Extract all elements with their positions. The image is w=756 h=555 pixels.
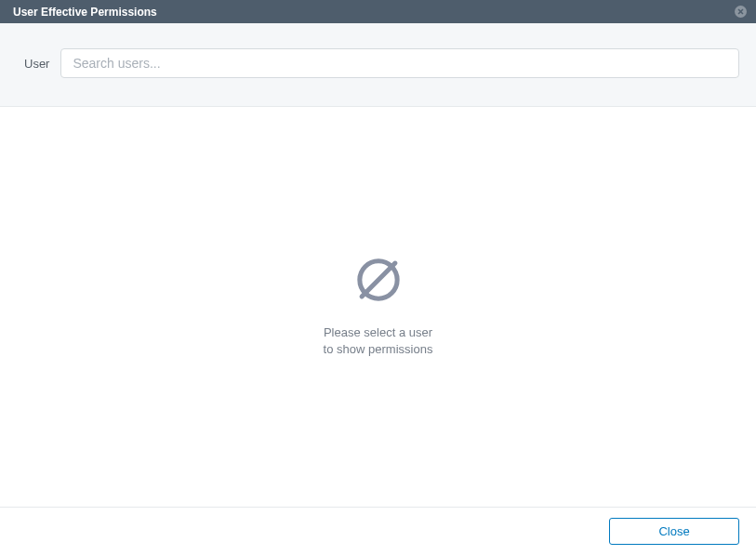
dialog-header: User Effective Permissions xyxy=(0,0,756,23)
empty-icon xyxy=(352,254,405,306)
content-area: Please select a user to show permissions xyxy=(0,107,756,507)
close-button[interactable]: Close xyxy=(609,518,739,545)
empty-message: Please select a user to show permissions xyxy=(324,324,433,358)
search-input[interactable] xyxy=(60,48,739,78)
close-icon[interactable] xyxy=(735,6,747,18)
dialog-title: User Effective Permissions xyxy=(13,6,157,19)
empty-message-line2: to show permissions xyxy=(324,341,433,358)
empty-message-line1: Please select a user xyxy=(324,324,433,341)
user-label: User xyxy=(17,57,49,71)
search-panel: User xyxy=(0,23,756,107)
dialog-footer: Close xyxy=(0,507,756,555)
